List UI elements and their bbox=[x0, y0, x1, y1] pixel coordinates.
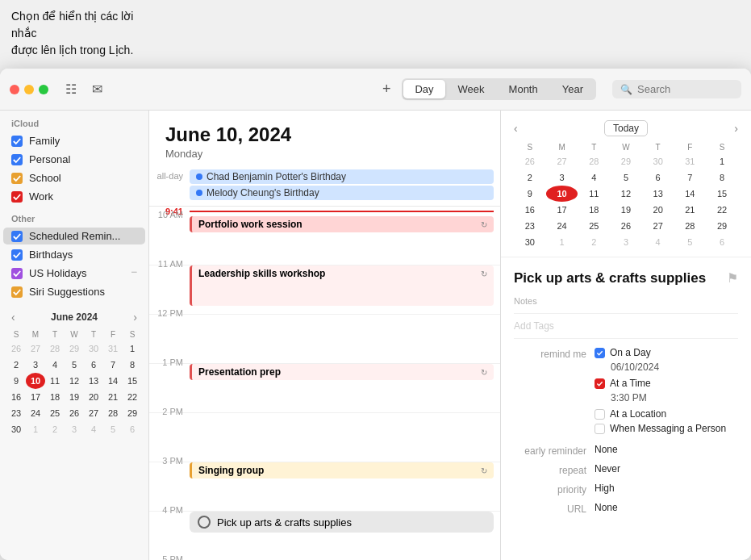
at-a-time-checkbox[interactable] bbox=[595, 378, 605, 389]
event-presentation[interactable]: Presentation prep ↻ bbox=[190, 364, 494, 380]
mini-cal-day[interactable]: 8 bbox=[123, 357, 142, 373]
mini-cal-day[interactable]: 19 bbox=[65, 389, 84, 405]
detail-cal-prev[interactable]: ‹ bbox=[514, 122, 518, 135]
mini-cal-day[interactable]: 5 bbox=[65, 357, 84, 373]
mini-cal-day[interactable]: 14 bbox=[103, 373, 123, 389]
d-cal-day[interactable]: 2 bbox=[578, 234, 610, 250]
mini-cal-today[interactable]: 10 bbox=[26, 373, 45, 389]
d-cal-day[interactable]: 4 bbox=[642, 234, 674, 250]
detail-cal-next[interactable]: › bbox=[734, 122, 738, 135]
d-cal-day[interactable]: 26 bbox=[514, 153, 546, 169]
mini-cal-next[interactable]: › bbox=[131, 311, 139, 324]
d-cal-day[interactable]: 17 bbox=[546, 202, 578, 218]
sidebar-item-usholidays[interactable]: US Holidays ⎻ bbox=[3, 265, 145, 282]
mini-cal-day[interactable]: 22 bbox=[123, 389, 142, 405]
add-event-button[interactable]: + bbox=[378, 79, 396, 99]
mini-cal-day[interactable]: 2 bbox=[6, 357, 26, 373]
mini-cal-day[interactable]: 25 bbox=[45, 405, 65, 421]
search-input[interactable] bbox=[637, 83, 734, 95]
personal-checkbox[interactable] bbox=[11, 154, 23, 165]
d-cal-day[interactable]: 21 bbox=[674, 202, 707, 218]
allday-event-1[interactable]: Melody Cheung's Birthday bbox=[190, 186, 494, 200]
sidebar-item-family[interactable]: Family bbox=[3, 132, 145, 149]
mini-cal-day[interactable]: 23 bbox=[6, 405, 26, 421]
d-cal-today[interactable]: 10 bbox=[546, 186, 578, 202]
maximize-button[interactable] bbox=[39, 85, 48, 94]
search-box[interactable]: 🔍 bbox=[612, 80, 741, 98]
d-cal-day[interactable]: 28 bbox=[674, 218, 707, 234]
d-cal-day[interactable]: 4 bbox=[578, 169, 610, 186]
mini-cal-day[interactable]: 11 bbox=[45, 373, 65, 389]
mini-cal-day[interactable]: 3 bbox=[65, 421, 84, 437]
d-cal-day[interactable]: 6 bbox=[706, 234, 738, 250]
mini-cal-day[interactable]: 7 bbox=[103, 357, 123, 373]
d-cal-day[interactable]: 30 bbox=[642, 153, 674, 169]
d-cal-day[interactable]: 26 bbox=[610, 218, 642, 234]
mini-cal-day[interactable]: 29 bbox=[123, 405, 142, 421]
d-cal-day[interactable]: 6 bbox=[642, 169, 674, 186]
mini-cal-day[interactable]: 30 bbox=[6, 421, 26, 437]
mini-cal-day[interactable]: 12 bbox=[65, 373, 84, 389]
family-checkbox[interactable] bbox=[11, 136, 23, 147]
mini-cal-day[interactable]: 1 bbox=[123, 341, 142, 357]
mini-cal-day[interactable]: 4 bbox=[84, 421, 103, 437]
siri-checkbox[interactable] bbox=[11, 286, 23, 298]
work-checkbox[interactable] bbox=[11, 191, 23, 203]
event-singing[interactable]: Singing group ↻ bbox=[190, 462, 494, 479]
tags-placeholder[interactable]: Add Tags bbox=[514, 320, 738, 339]
tab-week[interactable]: Week bbox=[447, 80, 496, 98]
sidebar-item-scheduled[interactable]: Scheduled Remin... bbox=[3, 228, 145, 244]
d-cal-day[interactable]: 18 bbox=[578, 202, 610, 218]
school-checkbox[interactable] bbox=[11, 173, 23, 184]
mini-cal-day[interactable]: 26 bbox=[65, 405, 84, 421]
at-location-checkbox[interactable] bbox=[595, 409, 605, 420]
mini-cal-day[interactable]: 31 bbox=[103, 341, 123, 357]
mini-cal-day[interactable]: 21 bbox=[103, 389, 123, 405]
scheduled-checkbox[interactable] bbox=[11, 231, 23, 242]
d-cal-day[interactable]: 9 bbox=[514, 186, 546, 202]
d-cal-day[interactable]: 5 bbox=[674, 234, 707, 250]
mini-cal-day[interactable]: 28 bbox=[103, 405, 123, 421]
d-cal-day[interactable]: 20 bbox=[642, 202, 674, 218]
sidebar-toggle-icon[interactable]: ☷ bbox=[61, 80, 81, 99]
inbox-icon[interactable]: ✉ bbox=[87, 80, 106, 99]
d-cal-day[interactable]: 22 bbox=[706, 202, 738, 218]
mini-cal-day[interactable]: 29 bbox=[65, 341, 84, 357]
sidebar-item-birthdays[interactable]: Birthdays bbox=[3, 246, 145, 263]
tab-year[interactable]: Year bbox=[551, 80, 595, 98]
d-cal-day[interactable]: 3 bbox=[546, 169, 578, 186]
event-portfolio[interactable]: Portfolio work session ↻ bbox=[190, 216, 494, 232]
d-cal-day[interactable]: 15 bbox=[706, 186, 738, 202]
sidebar-item-school[interactable]: School bbox=[3, 169, 145, 186]
mini-cal-day[interactable]: 1 bbox=[26, 421, 45, 437]
mini-cal-day[interactable]: 3 bbox=[26, 357, 45, 373]
d-cal-day[interactable]: 27 bbox=[642, 218, 674, 234]
d-cal-day[interactable]: 11 bbox=[578, 186, 610, 202]
mini-cal-day[interactable]: 9 bbox=[6, 373, 26, 389]
detail-today-btn[interactable]: Today bbox=[604, 120, 648, 136]
d-cal-day[interactable]: 25 bbox=[578, 218, 610, 234]
d-cal-day[interactable]: 31 bbox=[674, 153, 707, 169]
mini-cal-day[interactable]: 13 bbox=[84, 373, 103, 389]
d-cal-day[interactable]: 16 bbox=[514, 202, 546, 218]
d-cal-day[interactable]: 24 bbox=[546, 218, 578, 234]
mini-cal-day[interactable]: 15 bbox=[123, 373, 142, 389]
d-cal-day[interactable]: 7 bbox=[674, 169, 707, 186]
close-button[interactable] bbox=[10, 85, 19, 94]
tab-month[interactable]: Month bbox=[498, 80, 549, 98]
d-cal-day[interactable]: 29 bbox=[610, 153, 642, 169]
d-cal-day[interactable]: 5 bbox=[610, 169, 642, 186]
d-cal-day[interactable]: 13 bbox=[642, 186, 674, 202]
on-a-day-checkbox[interactable] bbox=[595, 348, 605, 358]
d-cal-day[interactable]: 2 bbox=[514, 169, 546, 186]
mini-cal-day[interactable]: 20 bbox=[84, 389, 103, 405]
calendar-scroll[interactable]: all-day Chad Benjamin Potter's Birthday … bbox=[149, 166, 500, 560]
d-cal-day[interactable]: 27 bbox=[546, 153, 578, 169]
mini-cal-day[interactable]: 28 bbox=[45, 341, 65, 357]
d-cal-day[interactable]: 29 bbox=[706, 218, 738, 234]
d-cal-day[interactable]: 28 bbox=[578, 153, 610, 169]
mini-cal-prev[interactable]: ‹ bbox=[10, 311, 17, 324]
mini-cal-day[interactable]: 5 bbox=[103, 421, 123, 437]
mini-cal-day[interactable]: 4 bbox=[45, 357, 65, 373]
mini-cal-day[interactable]: 18 bbox=[45, 389, 65, 405]
